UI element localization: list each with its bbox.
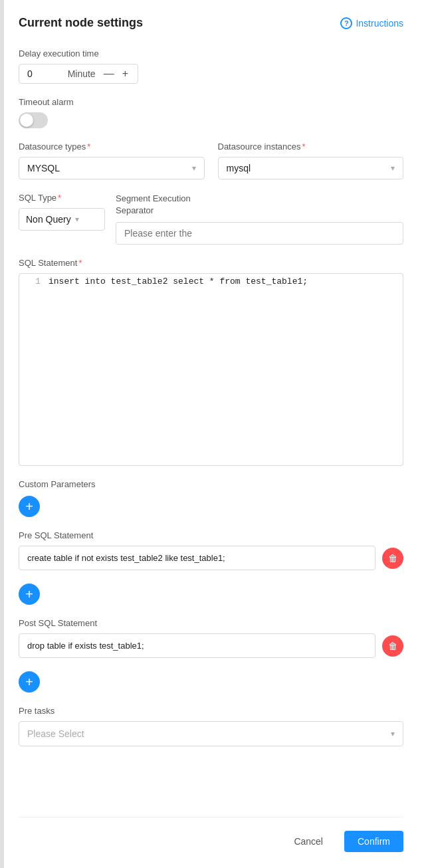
- pre-sql-input[interactable]: [19, 546, 375, 570]
- post-sql-label: Post SQL Statement: [19, 618, 403, 628]
- datasource-types-select[interactable]: MYSQL ▾: [19, 157, 205, 179]
- post-sql-row: 🗑: [19, 633, 403, 658]
- question-icon: ?: [340, 17, 352, 29]
- timeout-toggle-wrapper: [19, 112, 403, 128]
- confirm-button[interactable]: Confirm: [344, 831, 403, 852]
- segment-col: Segment ExecutionSeparator: [116, 193, 403, 245]
- cancel-button[interactable]: Cancel: [280, 831, 336, 852]
- delay-section: Delay execution time 0 Minute — +: [19, 49, 403, 84]
- segment-input[interactable]: [116, 222, 403, 245]
- post-sql-input[interactable]: [19, 633, 375, 658]
- pre-sql-delete-button[interactable]: 🗑: [382, 548, 403, 569]
- segment-label: Segment ExecutionSeparator: [116, 193, 403, 217]
- pre-tasks-select[interactable]: Please Select ▾: [19, 721, 403, 746]
- datasource-instances-col: Datasource instances* mysql ▾: [218, 142, 404, 179]
- custom-params-section: Custom Parameters +: [19, 479, 403, 517]
- delay-label: Delay execution time: [19, 49, 403, 58]
- delay-input-box: 0 Minute — +: [19, 64, 138, 84]
- pre-tasks-label: Pre tasks: [19, 706, 403, 716]
- pre-sql-label: Pre SQL Statement: [19, 530, 403, 540]
- pre-tasks-chevron: ▾: [391, 729, 395, 738]
- modal-title: Current node settings: [19, 16, 143, 30]
- modal-header: Current node settings ? Instructions: [19, 16, 403, 30]
- toggle-knob: [20, 114, 33, 127]
- datasource-instances-label: Datasource instances*: [218, 142, 404, 152]
- sql-statement-editor[interactable]: 1 insert into test_table2 select * from …: [19, 273, 403, 466]
- datasource-instances-chevron: ▾: [391, 163, 395, 173]
- datasource-type-value: MYSQL: [27, 163, 60, 173]
- add-pre-sql-button[interactable]: +: [19, 584, 40, 605]
- datasource-instance-value: mysql: [227, 163, 251, 173]
- post-sql-section: Post SQL Statement 🗑: [19, 618, 403, 658]
- datasource-types-chevron: ▾: [192, 163, 196, 173]
- instructions-link[interactable]: ? Instructions: [340, 17, 403, 29]
- pre-sql-row: 🗑: [19, 546, 403, 570]
- pre-tasks-section: Pre tasks Please Select ▾: [19, 706, 403, 746]
- datasource-types-label: Datasource types*: [19, 142, 205, 152]
- trash-icon-post: 🗑: [388, 641, 397, 651]
- code-line-1: 1 insert into test_table2 select * from …: [19, 274, 403, 289]
- delay-increment-button[interactable]: +: [121, 68, 130, 79]
- datasource-types-col: Datasource types* MYSQL ▾: [19, 142, 205, 179]
- datasource-row: Datasource types* MYSQL ▾ Datasource ins…: [19, 142, 403, 179]
- add-post-sql-button[interactable]: +: [19, 671, 40, 693]
- timeout-toggle[interactable]: [19, 112, 48, 128]
- pre-sql-section: Pre SQL Statement 🗑: [19, 530, 403, 570]
- add-custom-param-button[interactable]: +: [19, 496, 40, 517]
- line-number-1: 1: [25, 276, 41, 286]
- sql-type-row: SQL Type* Non Query ▾ Segment ExecutionS…: [19, 193, 403, 245]
- instructions-label: Instructions: [356, 18, 403, 29]
- delay-value: 0: [27, 68, 68, 79]
- timeout-label: Timeout alarm: [19, 97, 403, 107]
- sql-type-col: SQL Type* Non Query ▾: [19, 193, 105, 231]
- footer-buttons: Cancel Confirm: [19, 817, 403, 852]
- sql-type-select[interactable]: Non Query ▾: [19, 208, 105, 231]
- sql-type-label: SQL Type*: [19, 193, 105, 203]
- datasource-instances-select[interactable]: mysql ▾: [218, 157, 404, 179]
- delay-decrement-button[interactable]: —: [102, 68, 116, 79]
- trash-icon: 🗑: [388, 553, 397, 564]
- custom-params-label: Custom Parameters: [19, 479, 403, 489]
- line-code-1: insert into test_table2 select * from te…: [49, 276, 308, 286]
- sql-statement-label: SQL Statement*: [19, 258, 403, 268]
- sql-type-value: Non Query: [26, 214, 71, 225]
- sql-statement-section: SQL Statement* 1 insert into test_table2…: [19, 258, 403, 466]
- post-sql-delete-button[interactable]: 🗑: [382, 635, 403, 657]
- pre-tasks-placeholder: Please Select: [27, 728, 84, 739]
- sql-type-chevron: ▾: [75, 215, 79, 224]
- delay-unit: Minute: [68, 68, 96, 79]
- timeout-section: Timeout alarm: [19, 97, 403, 128]
